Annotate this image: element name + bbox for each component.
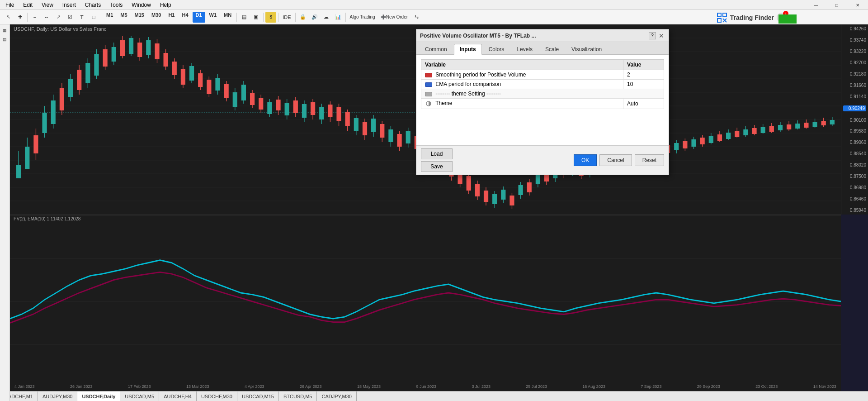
crosshair-tool[interactable]: ✚ xyxy=(14,12,25,23)
svg-rect-81 xyxy=(276,100,280,110)
tab-usdcad-m5[interactable]: USDCAD,M5 xyxy=(120,391,159,401)
svg-rect-49 xyxy=(137,43,142,57)
svg-rect-33 xyxy=(68,79,73,97)
date-4: 4 Apr 2023 xyxy=(245,384,264,389)
indicator-settings-dialog: Positive Volume Oscillator MT5 - By TFLa… xyxy=(416,29,669,175)
maximize-button[interactable]: □ xyxy=(826,0,847,10)
toolbar-separator-4 xyxy=(263,13,264,22)
row-2-icon xyxy=(425,82,432,87)
tf-w1[interactable]: W1 xyxy=(206,12,220,23)
col-value: Value xyxy=(623,60,664,70)
svg-rect-53 xyxy=(155,43,159,59)
menu-edit[interactable]: Edit xyxy=(21,2,34,8)
close-button[interactable]: ✕ xyxy=(847,0,868,10)
row-2-value[interactable]: 10 xyxy=(623,80,664,89)
menu-view[interactable]: View xyxy=(40,2,55,8)
svg-rect-111 xyxy=(406,131,410,143)
row-2-variable: EMA period for comparison xyxy=(421,80,623,89)
dialog-close-button[interactable]: ✕ xyxy=(658,32,665,39)
text-tool[interactable]: T xyxy=(76,12,87,23)
tab-inputs[interactable]: Inputs xyxy=(454,44,482,55)
menu-help[interactable]: Help xyxy=(158,2,173,8)
tab-usdcad-m15[interactable]: USDCAD,M15 xyxy=(237,391,279,401)
cursor-tool[interactable]: ↖ xyxy=(3,12,14,23)
tf-m5[interactable]: M5 xyxy=(117,12,130,23)
menu-charts[interactable]: Charts xyxy=(83,2,103,8)
row-1-value[interactable]: 2 xyxy=(623,70,664,80)
price-10: 0.89060 xyxy=(843,140,866,145)
table-row[interactable]: Smoothing period for Positive Volume 2 xyxy=(421,70,664,80)
shapes-tool[interactable]: □ xyxy=(88,12,99,23)
lock-btn[interactable]: 🔒 xyxy=(297,12,308,23)
tf-h4[interactable]: H4 xyxy=(179,12,191,23)
market-btn[interactable]: 📊 xyxy=(333,12,344,23)
price-4: 0.92180 xyxy=(843,72,866,76)
tf-m1[interactable]: M1 xyxy=(103,12,116,23)
toolbar-separator-2 xyxy=(101,13,101,22)
tab-visualization[interactable]: Visualization xyxy=(566,44,608,54)
new-order-btn[interactable]: ➕ New Order xyxy=(378,12,410,23)
svg-rect-67 xyxy=(215,78,220,91)
svg-rect-205 xyxy=(812,122,817,127)
trade-btn[interactable]: $ xyxy=(265,12,276,23)
svg-rect-195 xyxy=(769,126,774,132)
save-button[interactable]: Save xyxy=(421,161,453,172)
load-button[interactable]: Load xyxy=(421,148,453,159)
price-2: 0.93220 xyxy=(843,49,866,54)
tf-mn[interactable]: MN xyxy=(221,12,235,23)
toolbar-separator-5 xyxy=(278,13,278,22)
params-table: Variable Value Smoothing period for Posi… xyxy=(421,59,664,109)
tab-common[interactable]: Common xyxy=(419,44,453,54)
tab-audjpy-m30[interactable]: AUDJPY,M30 xyxy=(38,391,77,401)
transfer-btn[interactable]: ⇆ xyxy=(411,12,422,23)
hline-tool[interactable]: ↔ xyxy=(41,12,52,23)
navigator-btn[interactable]: ▦ xyxy=(1,26,9,34)
line-tool[interactable]: − xyxy=(29,12,40,23)
tf-h1[interactable]: H1 xyxy=(165,12,178,23)
chart-type-btn[interactable]: ▤ xyxy=(239,12,250,23)
svg-rect-187 xyxy=(735,131,739,137)
load-save-buttons: Load Save xyxy=(421,148,453,172)
tab-cadjpy-m30[interactable]: CADJPY,M30 xyxy=(317,391,356,401)
cloud-btn[interactable]: ☁ xyxy=(321,12,332,23)
date-11: 7 Sep 2023 xyxy=(641,384,661,389)
tf-m30[interactable]: M30 xyxy=(148,12,164,23)
menu-file[interactable]: File xyxy=(4,2,16,8)
tf-m15[interactable]: M15 xyxy=(132,12,147,23)
svg-rect-199 xyxy=(787,124,791,129)
minimize-button[interactable]: — xyxy=(806,0,826,10)
chart-style-btn[interactable]: ▣ xyxy=(250,12,261,23)
price-11: 0.88540 xyxy=(843,151,866,156)
tab-usdchf-daily[interactable]: USDCHF,Daily xyxy=(77,391,120,401)
reset-button[interactable]: Reset xyxy=(635,154,664,166)
table-row[interactable]: EMA period for comparison 10 xyxy=(421,80,664,89)
tab-colors[interactable]: Colors xyxy=(483,44,510,54)
menu-tools[interactable]: Tools xyxy=(108,2,124,8)
table-row[interactable]: Theme Auto xyxy=(421,99,664,109)
row-4-value[interactable]: Auto xyxy=(623,99,664,109)
tab-btcusd-m5[interactable]: BTCUSD,M5 xyxy=(279,391,317,401)
tab-levels[interactable]: Levels xyxy=(511,44,538,54)
tab-audchf-h4[interactable]: AUDCHF,H4 xyxy=(159,391,197,401)
date-9: 25 Jul 2023 xyxy=(526,384,547,389)
svg-rect-29 xyxy=(51,100,56,124)
svg-rect-59 xyxy=(181,69,185,85)
algo-trading-btn[interactable]: Algo Trading xyxy=(348,12,377,23)
trendline-tool[interactable]: ↗ xyxy=(53,12,64,23)
ide-btn[interactable]: IDE xyxy=(280,12,293,23)
ok-button[interactable]: OK xyxy=(574,154,597,166)
status-bar xyxy=(778,14,797,24)
fib-tool[interactable]: ☑ xyxy=(65,12,75,23)
tf-d1[interactable]: D1 xyxy=(193,12,205,23)
tab-scale[interactable]: Scale xyxy=(539,44,565,54)
left-toolbar: ▦ ▤ xyxy=(0,24,10,401)
dialog-help-button[interactable]: ? xyxy=(649,32,656,39)
tab-usdchf-m30[interactable]: USDCHF,M30 xyxy=(197,391,237,401)
menu-insert[interactable]: Insert xyxy=(61,2,78,8)
sound-btn[interactable]: 🔊 xyxy=(309,12,320,23)
row-1-icon xyxy=(425,73,432,77)
chart-list-btn[interactable]: ▤ xyxy=(1,35,9,43)
cancel-button[interactable]: Cancel xyxy=(599,154,632,166)
svg-rect-109 xyxy=(397,134,401,147)
menu-window[interactable]: Window xyxy=(130,2,153,8)
